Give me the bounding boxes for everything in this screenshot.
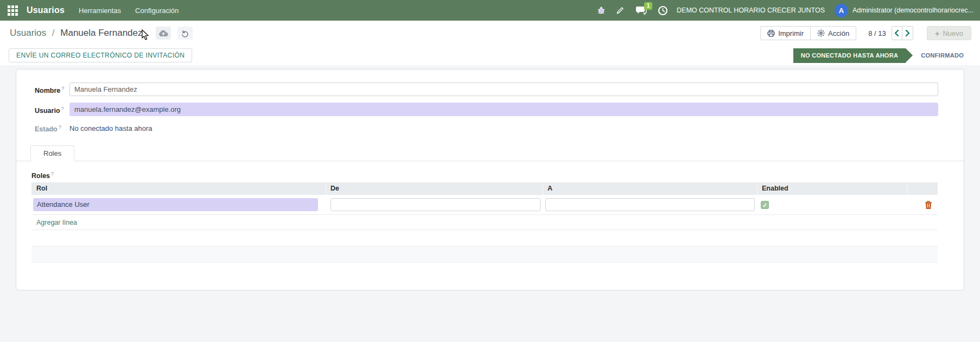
pager-nav xyxy=(892,26,913,40)
action-button[interactable]: Acción xyxy=(811,26,856,40)
field-label-estado: Estado? xyxy=(35,124,61,133)
gear-icon xyxy=(817,29,825,37)
action-label: Acción xyxy=(828,29,849,37)
form-status-row: ENVÍE UN CORREO ELECTRÓNICO DE INVITACIÓ… xyxy=(0,46,980,65)
user-menu[interactable]: Administrator (democontrolhorariocrec... xyxy=(852,7,973,14)
add-line-row: Agregar línea xyxy=(31,215,938,230)
tab-roles[interactable]: Roles xyxy=(30,145,74,161)
print-button[interactable]: Imprimir xyxy=(760,26,811,40)
pager-previous-button[interactable] xyxy=(892,26,902,40)
activities-clock-icon[interactable] xyxy=(657,5,668,16)
plus-icon: + xyxy=(935,29,940,38)
field-label-nombre: Nombre? xyxy=(35,86,64,94)
nombre-input[interactable] xyxy=(69,83,938,96)
help-marker: ? xyxy=(61,106,64,111)
delete-row-trash-icon[interactable] xyxy=(925,200,932,210)
navbar-right: 1 DEMO CONTROL HORARIO CRECER JUNTOS A A… xyxy=(588,4,973,17)
new-label: Nuevo xyxy=(943,29,963,37)
messages-icon[interactable]: 1 xyxy=(634,5,649,16)
pager-next-button[interactable] xyxy=(902,26,913,40)
printer-icon xyxy=(767,30,775,37)
send-invitation-button[interactable]: ENVÍE UN CORREO ELECTRÓNICO DE INVITACIÓ… xyxy=(9,48,192,62)
help-marker: ? xyxy=(61,86,64,91)
discard-changes-button[interactable] xyxy=(177,27,193,40)
company-name[interactable]: DEMO CONTROL HORARIO CRECER JUNTOS xyxy=(677,7,825,14)
column-header-a[interactable]: A xyxy=(543,182,758,195)
menu-configuracion[interactable]: Configuración xyxy=(135,7,179,15)
column-header-actions xyxy=(907,182,938,195)
apps-menu-icon[interactable] xyxy=(8,5,18,16)
roles-table: Rol De A Enabled Attendance User A xyxy=(31,182,938,230)
app-name[interactable]: Usuarios xyxy=(27,5,65,15)
undo-icon xyxy=(181,29,189,37)
form-view: Nombre? Usuario? Estado? No conectado ha… xyxy=(0,65,980,342)
top-navbar: Usuarios Herramientas Configuración 1 xyxy=(0,0,980,21)
help-marker: ? xyxy=(59,124,61,130)
user-avatar[interactable]: A xyxy=(835,4,848,17)
column-header-enabled[interactable]: Enabled xyxy=(758,182,907,195)
notebook-divider xyxy=(16,161,964,161)
chevron-right-icon xyxy=(905,30,910,36)
roles-section-label: Roles? xyxy=(31,171,54,180)
rol-cell[interactable]: Attendance User xyxy=(33,198,318,211)
estado-value: No conectado hasta ahora xyxy=(69,124,152,132)
print-action-group: Imprimir Acción xyxy=(760,26,856,40)
breadcrumb-parent-link[interactable]: Usuarios xyxy=(10,28,46,38)
enabled-checkbox[interactable] xyxy=(761,201,769,209)
breadcrumb-separator: / xyxy=(52,28,55,38)
save-record-button[interactable] xyxy=(156,27,171,40)
statusbar: NO CONECTADO HASTA AHORA CONFIRMADO xyxy=(793,48,964,63)
table-row: Attendance User xyxy=(31,195,938,215)
a-input[interactable] xyxy=(545,198,755,211)
pencil-icon[interactable] xyxy=(615,5,626,16)
statusbar-state-confirmado[interactable]: CONFIRMADO xyxy=(921,52,964,59)
breadcrumb-current: Manuela Fernandez xyxy=(60,28,142,38)
messages-count-badge: 1 xyxy=(644,2,652,10)
menu-herramientas[interactable]: Herramientas xyxy=(79,7,121,15)
form-sheet: Nombre? Usuario? Estado? No conectado ha… xyxy=(16,69,964,290)
print-label: Imprimir xyxy=(778,29,804,37)
control-panel-buttons: Imprimir Acción 8 / 13 xyxy=(760,26,971,40)
new-record-button[interactable]: + Nuevo xyxy=(927,26,971,40)
roles-table-header: Rol De A Enabled xyxy=(31,182,938,195)
add-line-link[interactable]: Agregar línea xyxy=(31,219,77,226)
cloud-save-icon xyxy=(158,29,168,37)
column-header-rol[interactable]: Rol xyxy=(31,182,326,195)
breadcrumb: Usuarios / Manuela Fernandez xyxy=(10,28,143,39)
statusbar-state-active[interactable]: NO CONECTADO HASTA AHORA xyxy=(793,48,906,63)
list-footer-band xyxy=(31,246,938,263)
help-marker: ? xyxy=(51,171,54,176)
pager-counter[interactable]: 8 / 13 xyxy=(868,29,886,37)
field-label-usuario: Usuario? xyxy=(35,106,64,115)
usuario-input[interactable] xyxy=(69,103,938,116)
column-header-de[interactable]: De xyxy=(326,182,543,195)
control-panel: Usuarios / Manuela Fernandez Imprimir xyxy=(0,21,980,46)
chevron-left-icon xyxy=(894,30,899,36)
debug-bug-icon[interactable] xyxy=(596,5,607,16)
de-input[interactable] xyxy=(330,198,540,211)
